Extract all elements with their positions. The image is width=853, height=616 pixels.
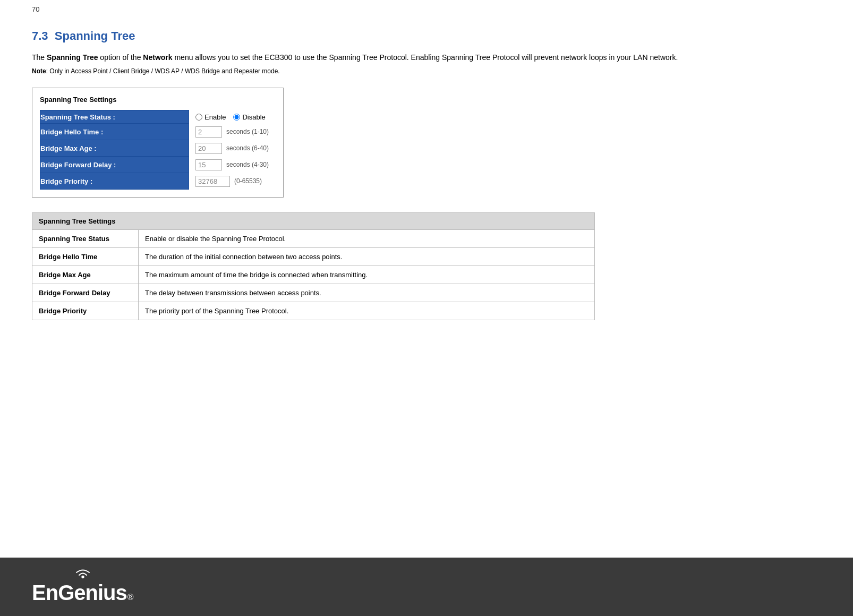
radio-disable-text: Disable <box>242 113 265 121</box>
form-row-forward-delay: Bridge Forward Delay : seconds (4-30) <box>40 157 276 173</box>
ref-desc-max-age: The maximum amount of time the bridge is… <box>139 266 595 284</box>
section-number: 7.3 <box>32 29 48 42</box>
logo-container: En Genius ® <box>32 569 134 605</box>
input-bridge-hello-time[interactable] <box>195 126 222 138</box>
form-row-priority: Bridge Priority : (0-65535) <box>40 173 276 190</box>
ref-term-stp-status: Spanning Tree Status <box>32 230 139 248</box>
input-bridge-priority[interactable] <box>195 176 230 187</box>
ref-term-priority: Bridge Priority <box>32 302 139 320</box>
settings-form-box: Spanning Tree Settings Spanning Tree Sta… <box>32 88 284 198</box>
radio-disable[interactable] <box>233 114 240 121</box>
intro-bold-spanning-tree: Spanning Tree <box>47 53 98 62</box>
label-bridge-max-age: Bridge Max Age : <box>40 140 189 157</box>
ref-row-forward-delay: Bridge Forward Delay The delay between t… <box>32 284 595 302</box>
section-title: 7.3 Spanning Tree <box>32 29 821 43</box>
note-text: Note: Only in Access Point / Client Brid… <box>32 67 821 75</box>
label-bridge-forward-delay: Bridge Forward Delay : <box>40 157 189 173</box>
wifi-icon-svg <box>73 569 92 579</box>
hint-bridge-forward-delay: seconds (4-30) <box>226 161 269 168</box>
value-bridge-priority: (0-65535) <box>189 173 276 190</box>
value-spanning-tree-status: Enable Disable <box>189 110 276 124</box>
radio-enable[interactable] <box>195 114 202 121</box>
label-bridge-priority: Bridge Priority : <box>40 173 189 190</box>
label-bridge-hello-time: Bridge Hello Time : <box>40 124 189 140</box>
ref-term-max-age: Bridge Max Age <box>32 266 139 284</box>
ref-table-header: Spanning Tree Settings <box>32 213 595 230</box>
form-row-max-age: Bridge Max Age : seconds (6-40) <box>40 140 276 157</box>
footer: En Genius ® <box>0 558 853 616</box>
ref-row-max-age: Bridge Max Age The maximum amount of tim… <box>32 266 595 284</box>
logo-registered-symbol: ® <box>127 593 134 602</box>
ref-desc-priority: The priority port of the Spanning Tree P… <box>139 302 595 320</box>
intro-bold-network: Network <box>143 53 172 62</box>
intro-paragraph: The Spanning Tree option of the Network … <box>32 52 821 63</box>
form-row-status: Spanning Tree Status : Enable Disable <box>40 110 276 124</box>
radio-enable-text: Enable <box>204 113 226 121</box>
value-bridge-hello-time: seconds (1-10) <box>189 124 276 140</box>
value-bridge-forward-delay: seconds (4-30) <box>189 157 276 173</box>
value-bridge-max-age: seconds (6-40) <box>189 140 276 157</box>
radio-enable-label[interactable]: Enable <box>195 113 226 121</box>
ref-term-forward-delay: Bridge Forward Delay <box>32 284 139 302</box>
ref-row-stp-status: Spanning Tree Status Enable or disable t… <box>32 230 595 248</box>
section-name: Spanning Tree <box>55 29 135 42</box>
ref-term-hello-time: Bridge Hello Time <box>32 248 139 266</box>
hint-bridge-max-age: seconds (6-40) <box>226 144 269 152</box>
radio-disable-label[interactable]: Disable <box>233 113 265 121</box>
label-spanning-tree-status: Spanning Tree Status : <box>40 110 189 124</box>
ref-row-priority: Bridge Priority The priority port of the… <box>32 302 595 320</box>
input-bridge-max-age[interactable] <box>195 143 222 154</box>
reference-table: Spanning Tree Settings Spanning Tree Sta… <box>32 212 595 320</box>
ref-desc-forward-delay: The delay between transmissions between … <box>139 284 595 302</box>
hint-bridge-hello-time: seconds (1-10) <box>226 128 269 135</box>
page-number: 70 <box>0 0 853 19</box>
ref-desc-stp-status: Enable or disable the Spanning Tree Prot… <box>139 230 595 248</box>
hint-bridge-priority: (0-65535) <box>234 177 262 185</box>
settings-form-title: Spanning Tree Settings <box>40 96 276 104</box>
wifi-waves-icon <box>73 569 92 580</box>
ref-row-hello-time: Bridge Hello Time The duration of the in… <box>32 248 595 266</box>
radio-group-status: Enable Disable <box>195 113 269 121</box>
ref-desc-hello-time: The duration of the initial connection b… <box>139 248 595 266</box>
logo-en-text: En <box>32 581 58 605</box>
input-bridge-forward-delay[interactable] <box>195 159 222 170</box>
settings-form-table: Spanning Tree Status : Enable Disable <box>40 110 276 190</box>
form-row-hello-time: Bridge Hello Time : seconds (1-10) <box>40 124 276 140</box>
logo-genius-text: Genius <box>58 581 127 605</box>
